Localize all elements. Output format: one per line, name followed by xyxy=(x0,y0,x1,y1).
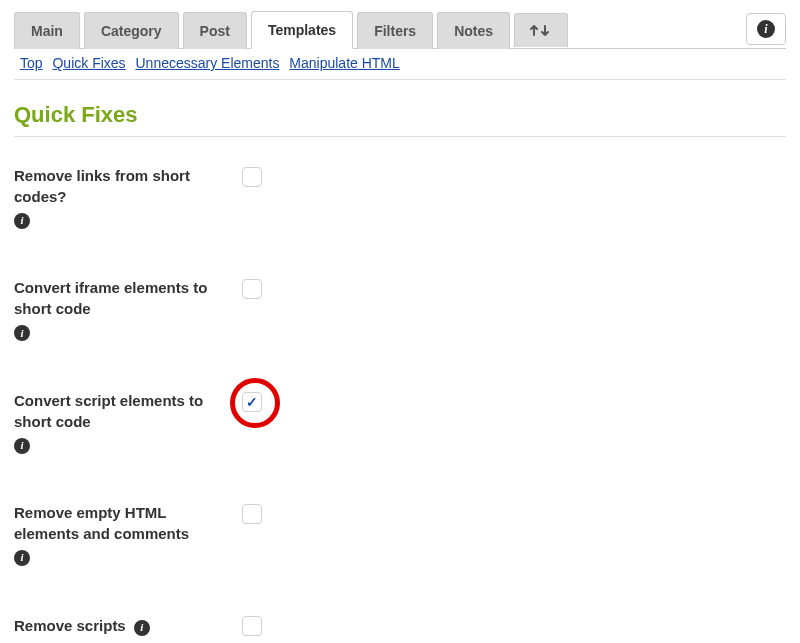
option-remove-empty: Remove empty HTML elements and comments … xyxy=(14,502,786,566)
anchor-unnecessary-elements[interactable]: Unnecessary Elements xyxy=(135,55,279,71)
tab-import-export[interactable] xyxy=(514,13,568,47)
tab-filters[interactable]: Filters xyxy=(357,12,433,49)
info-icon[interactable]: i xyxy=(14,550,30,566)
info-icon[interactable]: i xyxy=(14,438,30,454)
option-label: Convert iframe elements to short code xyxy=(14,279,207,317)
tab-post[interactable]: Post xyxy=(183,12,247,49)
option-remove-links: Remove links from short codes? i xyxy=(14,165,786,229)
import-export-icon xyxy=(529,23,553,39)
tab-templates[interactable]: Templates xyxy=(251,11,353,49)
option-label: Convert script elements to short code xyxy=(14,392,203,430)
option-label: Remove scripts xyxy=(14,615,126,636)
anchor-nav: Top Quick Fixes Unnecessary Elements Man… xyxy=(14,55,786,80)
option-remove-scripts: Remove scripts i xyxy=(14,614,786,636)
checkbox-convert-iframe[interactable] xyxy=(242,279,262,299)
header-info-button[interactable]: i xyxy=(746,13,786,45)
tab-category[interactable]: Category xyxy=(84,12,179,49)
option-convert-script: Convert script elements to short code i xyxy=(14,390,786,454)
annotation-highlight-ring xyxy=(234,390,262,412)
info-icon[interactable]: i xyxy=(134,620,150,636)
option-label: Remove empty HTML elements and comments xyxy=(14,504,189,542)
checkbox-remove-empty[interactable] xyxy=(242,504,262,524)
tab-main[interactable]: Main xyxy=(14,12,80,49)
option-label: Remove links from short codes? xyxy=(14,167,190,205)
checkbox-remove-links[interactable] xyxy=(242,167,262,187)
option-convert-iframe: Convert iframe elements to short code i xyxy=(14,277,786,341)
tab-bar: Main Category Post Templates Filters Not… xyxy=(14,10,786,49)
info-icon: i xyxy=(757,20,775,38)
info-icon[interactable]: i xyxy=(14,213,30,229)
anchor-quick-fixes[interactable]: Quick Fixes xyxy=(52,55,125,71)
anchor-top[interactable]: Top xyxy=(20,55,43,71)
section-title-quick-fixes: Quick Fixes xyxy=(14,102,786,137)
tab-notes[interactable]: Notes xyxy=(437,12,510,49)
anchor-manipulate-html[interactable]: Manipulate HTML xyxy=(289,55,400,71)
checkbox-convert-script[interactable] xyxy=(242,392,262,412)
checkbox-remove-scripts[interactable] xyxy=(242,616,262,636)
info-icon[interactable]: i xyxy=(14,325,30,341)
